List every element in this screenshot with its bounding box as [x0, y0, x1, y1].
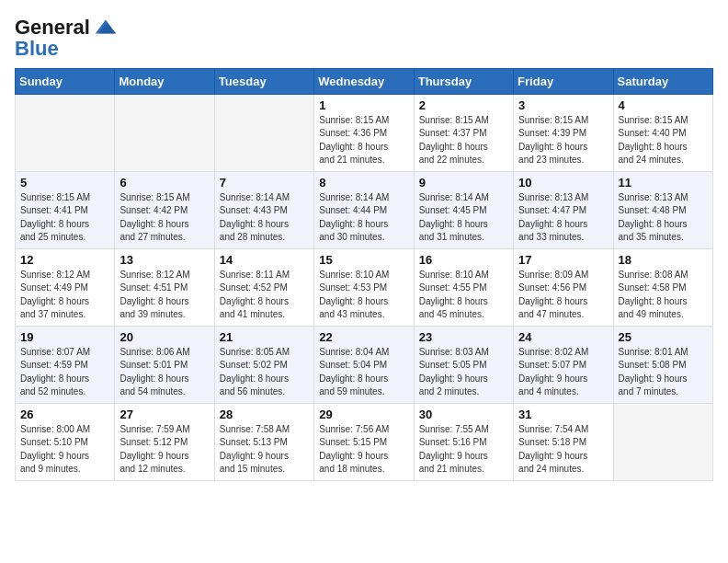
day-number: 7	[220, 176, 309, 190]
calendar-cell	[214, 94, 313, 171]
page-header: General Blue	[15, 15, 713, 57]
calendar-cell: 5Sunrise: 8:15 AMSunset: 4:41 PMDaylight…	[16, 171, 115, 248]
day-info: Sunrise: 8:10 AMSunset: 4:55 PMDaylight:…	[419, 269, 508, 322]
day-info: Sunrise: 8:08 AMSunset: 4:58 PMDaylight:…	[619, 269, 708, 322]
week-row-3: 12Sunrise: 8:12 AMSunset: 4:49 PMDayligh…	[16, 248, 713, 326]
day-info: Sunrise: 7:54 AMSunset: 5:18 PMDaylight:…	[518, 423, 608, 477]
week-row-1: 1Sunrise: 8:15 AMSunset: 4:36 PMDaylight…	[16, 94, 713, 171]
week-row-2: 5Sunrise: 8:15 AMSunset: 4:41 PMDaylight…	[16, 171, 713, 248]
calendar-cell: 13Sunrise: 8:12 AMSunset: 4:51 PMDayligh…	[115, 248, 214, 326]
day-number: 2	[419, 98, 508, 112]
calendar-body: 1Sunrise: 8:15 AMSunset: 4:36 PMDaylight…	[16, 94, 713, 480]
day-info: Sunrise: 8:14 AMSunset: 4:45 PMDaylight:…	[419, 191, 508, 245]
day-header-friday: Friday	[514, 68, 613, 94]
day-info: Sunrise: 8:15 AMSunset: 4:39 PMDaylight:…	[518, 114, 608, 167]
day-info: Sunrise: 8:05 AMSunset: 5:02 PMDaylight:…	[220, 346, 309, 399]
day-info: Sunrise: 8:15 AMSunset: 4:41 PMDaylight:…	[20, 191, 109, 245]
logo-icon	[92, 15, 118, 40]
day-info: Sunrise: 8:15 AMSunset: 4:40 PMDaylight:…	[619, 114, 708, 167]
calendar-cell: 17Sunrise: 8:09 AMSunset: 4:56 PMDayligh…	[514, 248, 613, 326]
calendar-cell: 15Sunrise: 8:10 AMSunset: 4:53 PMDayligh…	[314, 248, 414, 326]
day-info: Sunrise: 7:55 AMSunset: 5:16 PMDaylight:…	[419, 423, 508, 477]
day-info: Sunrise: 8:07 AMSunset: 4:59 PMDaylight:…	[20, 346, 109, 399]
calendar-cell: 1Sunrise: 8:15 AMSunset: 4:36 PMDaylight…	[314, 94, 414, 171]
calendar-table: SundayMondayTuesdayWednesdayThursdayFrid…	[15, 68, 713, 481]
day-number: 21	[220, 330, 309, 344]
calendar-cell: 4Sunrise: 8:15 AMSunset: 4:40 PMDaylight…	[613, 94, 712, 171]
day-number: 29	[319, 408, 408, 421]
day-info: Sunrise: 8:10 AMSunset: 4:53 PMDaylight:…	[319, 269, 408, 322]
calendar-cell: 22Sunrise: 8:04 AMSunset: 5:04 PMDayligh…	[314, 326, 414, 403]
calendar-cell: 6Sunrise: 8:15 AMSunset: 4:42 PMDaylight…	[115, 171, 214, 248]
day-number: 17	[518, 253, 608, 267]
calendar-cell: 8Sunrise: 8:14 AMSunset: 4:44 PMDaylight…	[314, 171, 414, 248]
day-header-thursday: Thursday	[414, 68, 513, 94]
logo-text-blue: Blue	[15, 40, 118, 57]
day-number: 23	[419, 330, 508, 344]
day-header-tuesday: Tuesday	[214, 68, 313, 94]
day-number: 31	[518, 408, 608, 421]
day-info: Sunrise: 8:09 AMSunset: 4:56 PMDaylight:…	[518, 269, 608, 322]
day-number: 5	[20, 176, 109, 190]
calendar-cell: 2Sunrise: 8:15 AMSunset: 4:37 PMDaylight…	[414, 94, 513, 171]
calendar-cell	[16, 94, 115, 171]
day-info: Sunrise: 8:12 AMSunset: 4:51 PMDaylight:…	[119, 269, 209, 322]
day-number: 24	[518, 330, 608, 344]
day-info: Sunrise: 8:06 AMSunset: 5:01 PMDaylight:…	[119, 346, 209, 399]
day-info: Sunrise: 8:04 AMSunset: 5:04 PMDaylight:…	[319, 346, 408, 399]
day-number: 15	[319, 253, 408, 267]
day-number: 13	[119, 253, 209, 267]
calendar-cell: 24Sunrise: 8:02 AMSunset: 5:07 PMDayligh…	[514, 326, 613, 403]
day-header-wednesday: Wednesday	[314, 68, 414, 94]
day-info: Sunrise: 8:02 AMSunset: 5:07 PMDaylight:…	[518, 346, 608, 399]
calendar-cell: 16Sunrise: 8:10 AMSunset: 4:55 PMDayligh…	[414, 248, 513, 326]
day-number: 1	[319, 98, 408, 112]
day-info: Sunrise: 8:14 AMSunset: 4:44 PMDaylight:…	[319, 191, 408, 245]
calendar-cell: 12Sunrise: 8:12 AMSunset: 4:49 PMDayligh…	[16, 248, 115, 326]
day-info: Sunrise: 8:13 AMSunset: 4:47 PMDaylight:…	[518, 191, 608, 245]
calendar-cell: 20Sunrise: 8:06 AMSunset: 5:01 PMDayligh…	[115, 326, 214, 403]
day-number: 25	[619, 330, 708, 344]
calendar-cell: 27Sunrise: 7:59 AMSunset: 5:12 PMDayligh…	[115, 403, 214, 480]
day-number: 4	[619, 98, 708, 112]
day-number: 10	[518, 176, 608, 190]
calendar-cell: 21Sunrise: 8:05 AMSunset: 5:02 PMDayligh…	[214, 326, 313, 403]
day-info: Sunrise: 8:01 AMSunset: 5:08 PMDaylight:…	[619, 346, 708, 399]
day-info: Sunrise: 8:15 AMSunset: 4:42 PMDaylight:…	[119, 191, 209, 245]
calendar-cell: 29Sunrise: 7:56 AMSunset: 5:15 PMDayligh…	[314, 403, 414, 480]
calendar-cell	[115, 94, 214, 171]
day-number: 26	[20, 408, 109, 421]
day-info: Sunrise: 8:11 AMSunset: 4:52 PMDaylight:…	[220, 269, 309, 322]
calendar-cell: 7Sunrise: 8:14 AMSunset: 4:43 PMDaylight…	[214, 171, 313, 248]
calendar-cell: 30Sunrise: 7:55 AMSunset: 5:16 PMDayligh…	[414, 403, 513, 480]
day-number: 19	[20, 330, 109, 344]
day-number: 22	[319, 330, 408, 344]
calendar-cell	[613, 403, 712, 480]
calendar-cell: 25Sunrise: 8:01 AMSunset: 5:08 PMDayligh…	[613, 326, 712, 403]
day-info: Sunrise: 7:58 AMSunset: 5:13 PMDaylight:…	[220, 423, 309, 477]
logo: General Blue	[15, 15, 118, 57]
week-row-5: 26Sunrise: 8:00 AMSunset: 5:10 PMDayligh…	[16, 403, 713, 480]
day-info: Sunrise: 8:00 AMSunset: 5:10 PMDaylight:…	[20, 423, 109, 477]
calendar-header-row: SundayMondayTuesdayWednesdayThursdayFrid…	[16, 68, 713, 94]
calendar-cell: 3Sunrise: 8:15 AMSunset: 4:39 PMDaylight…	[514, 94, 613, 171]
day-number: 28	[220, 408, 309, 421]
day-number: 12	[20, 253, 109, 267]
day-number: 30	[419, 408, 508, 421]
calendar-cell: 11Sunrise: 8:13 AMSunset: 4:48 PMDayligh…	[613, 171, 712, 248]
day-info: Sunrise: 7:56 AMSunset: 5:15 PMDaylight:…	[319, 423, 408, 477]
day-number: 16	[419, 253, 508, 267]
day-info: Sunrise: 8:15 AMSunset: 4:37 PMDaylight:…	[419, 114, 508, 167]
day-number: 27	[119, 408, 209, 421]
day-info: Sunrise: 7:59 AMSunset: 5:12 PMDaylight:…	[119, 423, 209, 477]
day-info: Sunrise: 8:14 AMSunset: 4:43 PMDaylight:…	[220, 191, 309, 245]
calendar-cell: 10Sunrise: 8:13 AMSunset: 4:47 PMDayligh…	[514, 171, 613, 248]
calendar-cell: 26Sunrise: 8:00 AMSunset: 5:10 PMDayligh…	[16, 403, 115, 480]
calendar-cell: 23Sunrise: 8:03 AMSunset: 5:05 PMDayligh…	[414, 326, 513, 403]
calendar-cell: 9Sunrise: 8:14 AMSunset: 4:45 PMDaylight…	[414, 171, 513, 248]
day-number: 3	[518, 98, 608, 112]
day-info: Sunrise: 8:12 AMSunset: 4:49 PMDaylight:…	[20, 269, 109, 322]
day-header-sunday: Sunday	[16, 68, 115, 94]
calendar-cell: 31Sunrise: 7:54 AMSunset: 5:18 PMDayligh…	[514, 403, 613, 480]
day-number: 8	[319, 176, 408, 190]
